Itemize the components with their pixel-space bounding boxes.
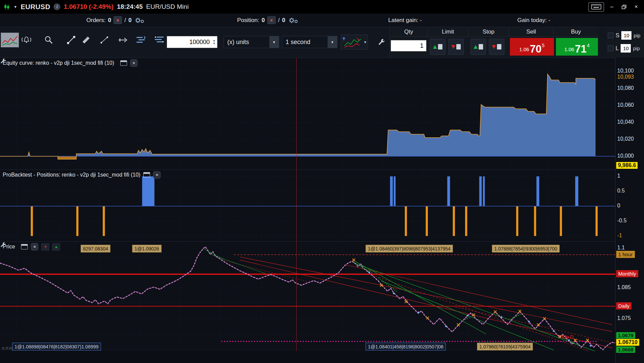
axis-label: 10,093 (617, 74, 634, 80)
toolbar-settings-wrench-icon[interactable] (375, 36, 388, 48)
axis-label: 1 (617, 173, 620, 179)
position-settings-gears-icon[interactable] (288, 16, 299, 24)
equity-close-icon[interactable]: × (130, 59, 138, 67)
chart-style-selector[interactable]: ▼ (341, 35, 368, 49)
limit-buy-button[interactable] (430, 39, 445, 55)
trade-label-badge: 1@1.08401|458|8198|8002|0507|06 (366, 343, 446, 350)
cancel-orders-icon[interactable]: × (113, 16, 122, 24)
sell-button[interactable]: 1.06705 (510, 38, 554, 56)
svg-text:Clo D: Clo D (562, 334, 574, 340)
close-position-icon[interactable]: × (267, 16, 276, 24)
chart-preview-icon[interactable] (1, 33, 19, 47)
trading-app: ▼ EURUSD i 1.06710 (-2.49%) 18:24:45 EUR… (0, 0, 644, 363)
stop-header: Stop (469, 27, 509, 36)
positions-close-icon[interactable]: × (153, 171, 161, 179)
orders-slash: / (124, 17, 126, 24)
axis-label: 1.075 (617, 315, 631, 321)
minimize-button[interactable]: – (607, 3, 616, 11)
quantity-stepper[interactable]: ▲▼ (211, 36, 217, 48)
trade-panel-headers: Qty Limit Stop Sell Buy (390, 27, 598, 37)
price-close-icon[interactable]: × (31, 243, 38, 250)
instrument-dropdown-caret[interactable]: ▼ (14, 5, 17, 9)
positions-panel[interactable]: ProBacktest - Positions: renko - v2p dji… (0, 169, 615, 241)
stop-buy-button[interactable] (471, 39, 486, 55)
limit-sell-button[interactable] (448, 39, 464, 55)
trade-label-badge: 1.07960|78109|4375904 (477, 343, 533, 350)
axis-label: 10,020 (617, 136, 634, 142)
price-window-icon[interactable] (21, 244, 28, 249)
stop-loss-checkbox[interactable] (608, 33, 614, 38)
timeframe-dropdown-caret-icon[interactable]: ▼ (328, 36, 337, 48)
position-label: Position: (237, 17, 259, 24)
segment-tool-icon[interactable] (98, 33, 111, 47)
stop-sell-button[interactable] (489, 39, 504, 55)
equity-window-icon[interactable] (120, 60, 127, 66)
buy-button[interactable]: 1.06714 (556, 38, 598, 56)
positions-window-icon[interactable] (143, 172, 150, 178)
limit-checkbox[interactable] (608, 45, 614, 51)
keyboard-icon[interactable] (588, 2, 604, 12)
buy-header: Buy (554, 27, 598, 36)
latent-gain-text: Latent gain: - (388, 17, 422, 24)
positions-chart[interactable] (0, 170, 615, 241)
trade-label-badge: 8297.08304 (81, 245, 110, 253)
titlebar: ▼ EURUSD i 1.06710 (-2.49%) 18:24:45 EUR… (0, 0, 644, 14)
sell-marker-icon[interactable]: ▼ (41, 243, 49, 250)
axis-label: -0.5 (617, 218, 627, 224)
timeframe-dropdown[interactable]: 1 second ▼ (282, 36, 337, 48)
buy-marker-icon[interactable]: ▲ (52, 243, 60, 250)
instrument-candles-icon[interactable] (3, 3, 10, 11)
sell-price-pips: 70 (530, 45, 541, 54)
info-icon[interactable]: i (54, 3, 60, 10)
horizontal-line-tool-icon[interactable] (116, 33, 129, 47)
order-levels-icon[interactable] (134, 33, 148, 47)
position-count: 0 (262, 17, 265, 24)
alert-bell-icon[interactable] (20, 33, 33, 47)
limit-unit: pip (633, 45, 640, 51)
axis-label: 1.06710 (616, 339, 639, 346)
trade-label-badge: 1@1.08898|08476|8182|08307)1.08999 (12, 343, 101, 350)
positions-panel-header: ProBacktest - Positions: renko - v2p dji… (0, 170, 161, 180)
buy-price-prefix: 1.06 (564, 46, 574, 52)
qty-header: Qty (390, 27, 428, 36)
price-chart[interactable]: Clo D (0, 242, 615, 351)
buy-price-pips: 71 (575, 45, 586, 54)
gain-today-text: Gain today: - (517, 17, 550, 24)
price-panel[interactable]: Clo D Price × ▼ ▲ © IT-Finance.com Data … (0, 241, 615, 351)
ruler-tool-icon[interactable] (79, 33, 93, 47)
stop-loss-label: S (616, 32, 619, 39)
orders-settings-gears-icon[interactable] (134, 16, 145, 24)
order-ticket-icon (438, 44, 442, 49)
last-price-change: 1.06710 (-2.49%) (64, 3, 113, 11)
trade-qty-input[interactable] (391, 40, 427, 52)
units-dropdown-caret-icon[interactable]: ▼ (269, 36, 279, 48)
trade-label-badge: 1@1.08460|397)8098|807953|4137954 (366, 245, 453, 253)
equity-chart[interactable] (0, 58, 615, 169)
axis-label: 10,000 (617, 153, 634, 159)
axis-label: 10,080 (617, 85, 634, 91)
zoom-magnifier-icon[interactable] (42, 33, 56, 47)
trendline-tool-icon[interactable] (64, 33, 78, 47)
axis-label: Daily (616, 302, 631, 309)
positions-panel-title: ProBacktest - Positions: renko - v2p dji… (3, 172, 140, 178)
stop-loss-value-input[interactable]: 10 (621, 31, 631, 40)
sell-header: Sell (509, 27, 554, 36)
equity-curve-panel[interactable]: Equity curve: renko - v2p dji 1sec_mod f… (0, 58, 615, 169)
limit-value-input[interactable]: 10 (621, 44, 631, 53)
restore-button[interactable] (620, 3, 628, 11)
units-dropdown[interactable]: (x) units ▼ (224, 36, 279, 48)
gain-today: Gain today: - (517, 14, 550, 27)
order-book-icon[interactable] (152, 33, 166, 47)
trade-panel: Qty Limit Stop Sell Buy 1.06705 (390, 27, 598, 58)
order-ticket-icon (497, 44, 501, 49)
close-button[interactable]: × (632, 3, 641, 11)
axis-label: 10,100 (617, 68, 634, 74)
price-axis-column[interactable]: 10,10010,09310,08010,06010,04010,02010,0… (615, 58, 644, 363)
position-pending-count: 0 (282, 17, 285, 24)
axis-label: 1 hour (616, 251, 635, 258)
symbol-name: EURUSD (21, 3, 50, 11)
position-slash: / (278, 17, 280, 24)
sell-price-prefix: 1.06 (519, 46, 529, 52)
quantity-input[interactable] (167, 39, 211, 46)
chart-style-caret-icon[interactable]: ▼ (363, 40, 367, 44)
